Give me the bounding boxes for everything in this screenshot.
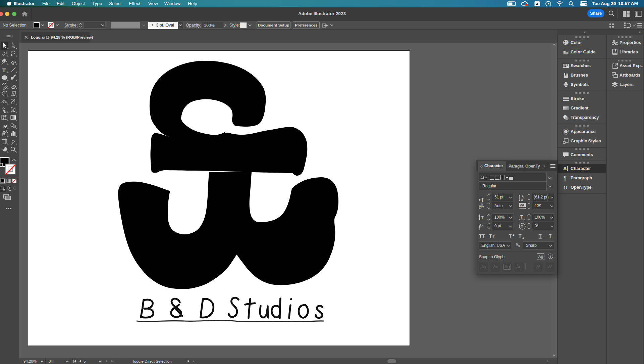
svg-text:A: A [481,204,484,209]
svg-text:A: A [563,166,567,171]
svg-text:1: 1 [513,233,514,236]
svg-text:a: a [518,244,520,248]
svg-text:T: T [481,215,484,220]
svg-text:O: O [564,185,568,190]
svg-text:A: A [522,195,524,198]
svg-text:T: T [489,233,492,239]
svg-text:A: A [521,198,523,202]
svg-text:T: T [481,197,484,203]
svg-text:T: T [520,214,523,220]
svg-text:T: T [521,224,524,229]
svg-text:1: 1 [522,236,524,239]
svg-text:T: T [493,235,495,238]
svg-text:¶: ¶ [564,175,567,181]
svg-text:A: A [479,223,482,228]
svg-text:a: a [482,224,484,227]
svg-text:V: V [479,204,481,209]
svg-text:T: T [519,233,522,239]
svg-text:TT: TT [479,233,485,239]
svg-text:T: T [539,233,542,239]
svg-text:T: T [509,233,512,239]
svg-text:VA: VA [520,203,525,207]
svg-text:T: T [2,67,6,74]
